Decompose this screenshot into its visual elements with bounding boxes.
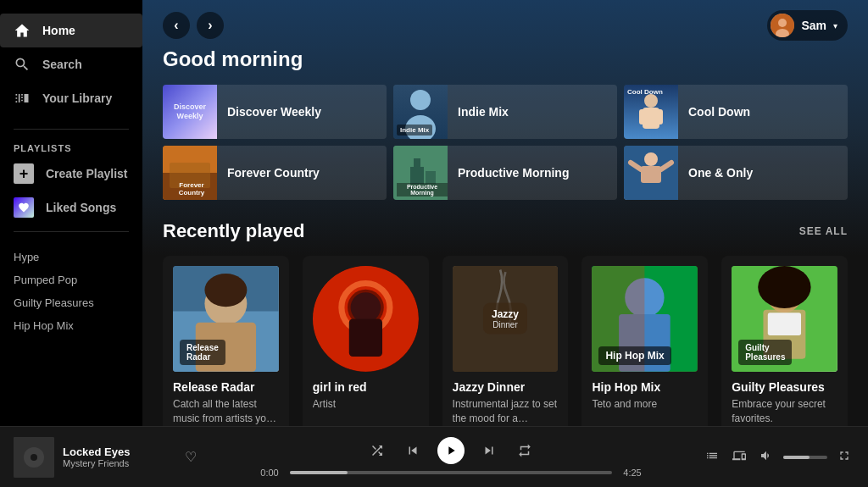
user-avatar <box>771 14 794 37</box>
girl-in-red-card-title: girl in red <box>313 380 419 394</box>
hip-hop-mix-card-desc: Teto and more <box>592 397 698 412</box>
main-content: ‹ › Sam ▾ Good morning <box>142 0 868 426</box>
indie-mix-image: Indie Mix <box>393 85 448 139</box>
svg-point-5 <box>644 94 658 108</box>
repeat-button[interactable] <box>514 440 536 462</box>
recently-card-release-radar[interactable]: ReleaseRadar Release Radar Catch all the… <box>163 256 289 426</box>
sidebar-divider-2 <box>14 231 129 232</box>
time-current: 0:00 <box>256 468 283 478</box>
track-name: Locked Eyes <box>63 445 173 458</box>
playlist-item-hype[interactable]: Hype <box>0 246 142 268</box>
library-icon <box>14 90 31 107</box>
devices-button[interactable] <box>729 445 749 469</box>
hip-hop-mix-overlay: Hip Hop Mix <box>598 346 670 365</box>
back-button[interactable]: ‹ <box>163 12 190 39</box>
release-radar-image: ReleaseRadar <box>173 266 279 372</box>
previous-button[interactable] <box>402 440 424 462</box>
create-playlist-button[interactable]: + Create Playlist <box>0 157 142 191</box>
featured-card-productive-morning[interactable]: Productive Morning Productive Morning <box>393 146 617 200</box>
svg-rect-31 <box>349 318 382 357</box>
greeting-title: Good morning <box>163 47 848 71</box>
one-and-only-image <box>624 146 678 200</box>
discover-weekly-title: Discover Weekly <box>227 105 321 119</box>
content-area: Good morning DiscoverWeekly Discover Wee… <box>142 47 868 426</box>
playlist-list: Hype Pumped Pop Guilty Pleasures Hip Hop… <box>0 246 142 337</box>
release-radar-card-desc: Catch all the latest music from artists … <box>173 397 279 426</box>
svg-rect-15 <box>426 171 436 184</box>
recently-played-title: Recently played <box>163 220 305 242</box>
productive-morning-title: Productive Morning <box>458 166 569 180</box>
svg-point-30 <box>350 292 381 323</box>
recently-card-jazzy-dinner[interactable]: Jazzy Dinner Jazzy Dinner Instrumental j… <box>442 256 569 426</box>
guilty-pleasures-overlay: GuiltyPleasures <box>738 340 792 365</box>
volume-track[interactable] <box>783 456 827 459</box>
hip-hop-mix-image: Hip Hop Mix <box>592 266 698 372</box>
cool-down-image: Cool Down <box>624 85 678 139</box>
guilty-pleasures-card-title: Guilty Pleasures <box>732 380 837 394</box>
right-controls <box>702 445 854 469</box>
jazzy-dinner-image: Jazzy Dinner <box>453 266 559 372</box>
heart-button[interactable]: ♡ <box>181 445 200 468</box>
cool-down-title: Cool Down <box>688 105 750 119</box>
chevron-down-icon: ▾ <box>833 21 837 30</box>
forward-button[interactable]: › <box>197 12 224 39</box>
control-buttons <box>366 437 536 464</box>
svg-point-42 <box>758 266 810 308</box>
recently-card-guilty-pleasures[interactable]: GuiltyPleasures Guilty Pleasures Embrace… <box>721 256 848 426</box>
svg-point-26 <box>204 274 247 307</box>
recently-card-girl-in-red[interactable]: girl in red Artist <box>303 256 429 426</box>
shuffle-button[interactable] <box>366 440 388 462</box>
jazzy-dinner-card-title: Jazzy Dinner <box>453 380 559 394</box>
release-radar-overlay-label: ReleaseRadar <box>180 340 225 365</box>
svg-point-1 <box>778 19 787 27</box>
now-playing-track: Locked Eyes Mystery Friends ♡ <box>14 437 200 478</box>
search-icon <box>14 56 31 73</box>
plus-icon: + <box>14 163 34 184</box>
user-menu[interactable]: Sam ▾ <box>767 10 848 41</box>
girl-in-red-image <box>313 266 419 372</box>
user-name-label: Sam <box>801 19 826 32</box>
jazzy-dinner-card-desc: Instrumental jazz to set the mood for a … <box>453 397 559 426</box>
featured-card-indie-mix[interactable]: Indie Mix Indie Mix <box>393 85 617 139</box>
liked-songs-button[interactable]: Liked Songs <box>0 191 142 224</box>
svg-rect-8 <box>656 109 663 125</box>
progress-track[interactable] <box>290 471 612 474</box>
recently-played-header: Recently played SEE ALL <box>163 220 848 242</box>
svg-point-3 <box>410 90 431 110</box>
playlist-item-guilty-pleasures[interactable]: Guilty Pleasures <box>0 291 142 314</box>
sidebar-item-search[interactable]: Search <box>0 47 142 81</box>
indie-mix-title: Indie Mix <box>458 105 509 119</box>
sidebar-item-library[interactable]: Your Library <box>0 81 142 115</box>
featured-card-cool-down[interactable]: Cool Down Cool Down <box>624 85 848 139</box>
nav-buttons: ‹ › <box>163 12 224 39</box>
playlist-item-hip-hop-mix[interactable]: Hip Hop Mix <box>0 314 142 337</box>
now-playing-bar: Locked Eyes Mystery Friends ♡ <box>0 426 868 487</box>
queue-button[interactable] <box>702 445 722 469</box>
next-button[interactable] <box>478 440 500 462</box>
playlist-item-pumped-pop[interactable]: Pumped Pop <box>0 268 142 291</box>
featured-card-forever-country[interactable]: Forever Country Forever Country <box>163 146 387 200</box>
svg-point-17 <box>644 152 658 166</box>
track-info: Locked Eyes Mystery Friends <box>63 445 173 468</box>
sidebar-divider-1 <box>14 129 129 130</box>
see-all-button[interactable]: SEE ALL <box>799 225 848 237</box>
recently-played-grid: ReleaseRadar Release Radar Catch all the… <box>163 256 848 426</box>
featured-card-discover-weekly[interactable]: DiscoverWeekly Discover Weekly <box>163 85 387 139</box>
volume-button[interactable] <box>756 445 776 469</box>
playlists-section-label: PLAYLISTS <box>0 136 142 157</box>
featured-card-one-and-only[interactable]: One & Only <box>624 146 848 200</box>
play-pause-button[interactable] <box>437 437 465 464</box>
sidebar-item-home[interactable]: Home <box>0 14 142 47</box>
svg-rect-18 <box>641 166 661 183</box>
guilty-pleasures-image: GuiltyPleasures <box>732 266 837 372</box>
discover-weekly-image: DiscoverWeekly <box>163 85 217 139</box>
time-total: 4:25 <box>619 468 646 478</box>
forever-country-image: Forever Country <box>163 146 217 200</box>
progress-fill <box>290 471 348 474</box>
volume-fill <box>783 456 810 459</box>
recently-card-hip-hop-mix[interactable]: Hip Hop Mix Hip Hop Mix Teto and more <box>581 256 708 426</box>
fullscreen-button[interactable] <box>834 445 854 469</box>
sidebar-nav: Home Search Your Library <box>0 7 142 122</box>
svg-rect-14 <box>414 158 420 169</box>
featured-grid: DiscoverWeekly Discover Weekly Indie Mix <box>163 85 848 200</box>
